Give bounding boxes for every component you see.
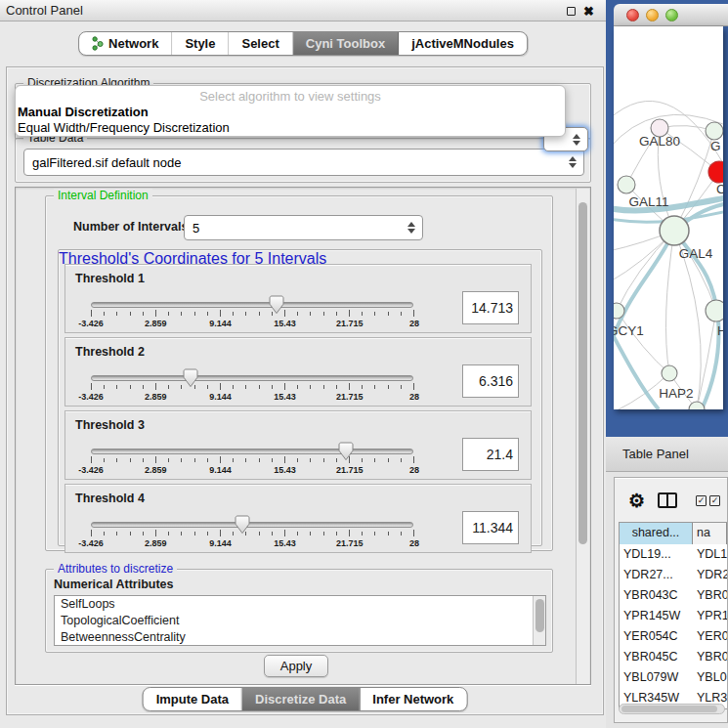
shared-name-cell: YBR045C [620, 647, 693, 667]
slider-tick-labels: -3.4262.8599.14415.4321.71528 [91, 538, 414, 549]
gal11-node[interactable] [618, 176, 635, 193]
table-row[interactable]: YBL079WYBL0 [620, 667, 727, 688]
gal11-node-label: GAL11 [628, 194, 668, 209]
tab-cyni-toolbox[interactable]: Cyni Toolbox [293, 32, 399, 55]
combo-arrows-icon [407, 222, 415, 234]
shared-name-cell: YER054C [620, 626, 693, 647]
tab-style[interactable]: Style [172, 32, 229, 55]
table-row[interactable]: YER054CYER0 [620, 626, 727, 647]
partial-node-top-right[interactable] [706, 122, 723, 140]
name-cell: YBR0 [693, 585, 727, 606]
tab-discretize-data[interactable]: Discretize Data [242, 688, 360, 710]
column-visibility-checkboxes: ✓ ✓ [696, 495, 720, 506]
main-vertical-scrollbar[interactable] [576, 189, 589, 685]
gear-icon[interactable]: ⚙ [628, 492, 645, 510]
threshold-label: Threshold 1 [75, 272, 145, 285]
algorithm-placeholder-option[interactable]: Select algorithm to view settings [16, 89, 565, 104]
float-window-icon[interactable] [567, 7, 576, 16]
name-cell: YBL0 [693, 667, 727, 688]
threshold-slider-track[interactable] [91, 449, 413, 454]
threshold-label: Threshold 2 [75, 345, 145, 359]
checkbox-checked-icon[interactable]: ✓ [696, 495, 707, 506]
algorithm-option-manual[interactable]: Manual Discretization [18, 105, 149, 119]
gal4-node[interactable] [660, 216, 689, 245]
numerical-attributes-label: Numerical Attributes [54, 578, 173, 591]
table-row[interactable]: YDL19...YDL1 [620, 544, 727, 565]
threshold-label: Threshold 4 [75, 492, 145, 505]
threshold-label: Threshold 3 [75, 418, 145, 432]
interval-definition-group: Interval Definition Number of Intervals … [45, 195, 553, 551]
bottom-tab-bar: Impute Data Discretize Data Infer Networ… [143, 687, 468, 711]
table-horizontal-scrollbar[interactable] [619, 704, 725, 714]
split-columns-icon[interactable] [658, 492, 677, 508]
table-row[interactable]: YPR145WYPR1 [620, 606, 727, 626]
threshold-value-field[interactable]: 11.344 [462, 511, 519, 544]
interval-definition-title: Interval Definition [54, 189, 152, 202]
slider-ticks [91, 530, 414, 538]
table-data-group: Table Data galFiltered.sif default node [15, 138, 591, 183]
close-traffic-light-icon[interactable] [626, 9, 639, 21]
tab-select[interactable]: Select [229, 32, 292, 55]
column-header-shared-name[interactable]: shared... [620, 523, 693, 544]
top-tab-bar: Network Style Select Cyni Toolbox jActiv… [78, 31, 528, 56]
threshold-slider-track[interactable] [91, 375, 413, 381]
hap2-node-label: HAP2 [659, 386, 693, 401]
num-intervals-combo[interactable]: 5 [184, 215, 423, 240]
table-panel-title: Table Panel [622, 447, 689, 461]
shared-name-cell: YBL079W [620, 667, 693, 688]
network-canvas[interactable]: GAL80GCGAL11GAL4GCY1HHAP2 [614, 26, 723, 409]
panel-title: Control Panel [6, 3, 83, 18]
table-panel: ⚙ ✓ ✓ shared... na YDL19...YDL1YDR27...Y… [606, 472, 728, 728]
gcy1-node[interactable] [614, 303, 624, 319]
name-cell: YER0 [693, 626, 727, 647]
table-data-combo[interactable]: galFiltered.sif default node [23, 149, 584, 176]
network-window-titlebar[interactable] [614, 4, 728, 26]
minimize-traffic-light-icon[interactable] [646, 9, 659, 21]
hap2-node[interactable] [662, 365, 677, 381]
algorithm-option-equal-width[interactable]: Equal Width/Frequency Discretization [18, 120, 230, 135]
control-panel-titlebar: Control Panel ✖ [0, 0, 606, 21]
apply-button[interactable]: Apply [264, 655, 328, 677]
node-attribute-table[interactable]: shared... na YDL19...YDL1YDR27...YDR2YBR… [619, 522, 727, 709]
attribute-list-item[interactable]: SelfLoops [55, 596, 545, 613]
shared-name-cell: YBR043C [620, 585, 693, 606]
zoom-traffic-light-icon[interactable] [665, 9, 678, 21]
slider-tick-labels: -3.4262.8599.14415.4321.71528 [91, 465, 414, 476]
slider-tick-labels: -3.4262.8599.14415.4321.71528 [91, 319, 414, 329]
tab-impute-data[interactable]: Impute Data [144, 688, 242, 710]
tab-jactivemnodules[interactable]: jActiveMNodules [399, 32, 527, 55]
table-header-row: shared... na [620, 523, 727, 544]
table-panel-toolbar: ⚙ ✓ ✓ [615, 486, 727, 515]
network-view-window: GAL80GCGAL11GAL4GCY1HHAP2 [606, 0, 728, 437]
slider-tick-labels: -3.4262.8599.14415.4321.71528 [91, 392, 414, 403]
close-icon[interactable]: ✖ [583, 5, 594, 18]
h-node-label: H [717, 323, 723, 338]
gcy1-node-label: GCY1 [614, 323, 644, 338]
tab-infer-network[interactable]: Infer Network [360, 688, 466, 710]
slider-ticks [91, 383, 414, 392]
tab-network[interactable]: Network [79, 32, 172, 55]
table-row[interactable]: YDR27...YDR2 [620, 565, 727, 585]
table-row[interactable]: YBR043CYBR0 [620, 585, 727, 606]
threshold-slider-track[interactable] [91, 522, 413, 528]
partial-node-top-right-label: G [710, 139, 721, 153]
name-cell: YPR1 [693, 606, 727, 626]
slider-ticks [91, 310, 414, 319]
table-row[interactable]: YBR045CYBR0 [620, 647, 727, 667]
attribute-list-item[interactable]: TopologicalCoefficient [55, 613, 545, 629]
column-header-name[interactable]: na [693, 523, 727, 544]
threshold-row: Threshold 4-3.4262.8599.14415.4321.71528… [64, 484, 532, 553]
shared-name-cell: YDL19... [620, 544, 693, 565]
settings-scroll-panel: Interval Definition Number of Intervals … [15, 187, 591, 685]
gal4-node-label: GAL4 [679, 246, 713, 261]
attribute-list-item[interactable]: BetweennessCentrality [55, 629, 545, 646]
threshold-value-field[interactable]: 21.4 [462, 438, 519, 471]
h-node[interactable] [706, 300, 723, 321]
threshold-value-field[interactable]: 6.316 [462, 364, 519, 398]
list-scrollbar[interactable] [533, 596, 545, 645]
threshold-value-field[interactable]: 14.713 [462, 291, 519, 324]
threshold-slider-track[interactable] [91, 302, 413, 308]
numerical-attributes-list[interactable]: SelfLoopsTopologicalCoefficientBetweenne… [54, 595, 546, 646]
num-intervals-label: Number of Intervals [73, 220, 188, 234]
checkbox-checked-icon[interactable]: ✓ [709, 495, 720, 506]
